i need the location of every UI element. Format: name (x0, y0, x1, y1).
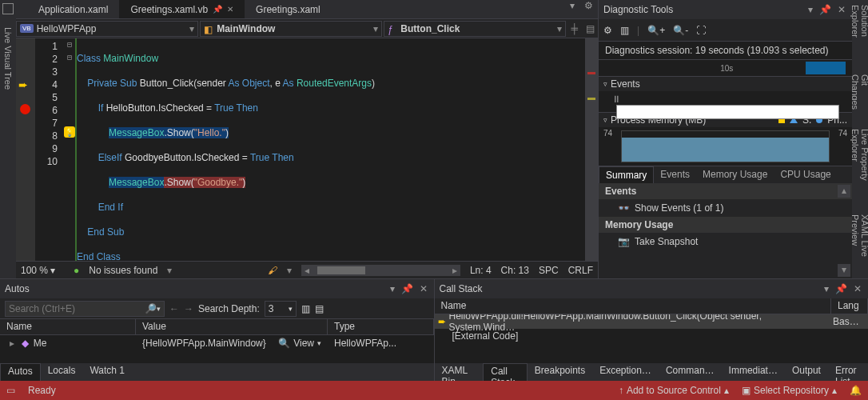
rail-live-visual-tree[interactable]: Live Visual Tree (2, 26, 14, 91)
code-content[interactable]: Class MainWindow Private Sub Button_Clic… (75, 38, 585, 261)
autos-grid[interactable]: ▸ ◆ Me {HelloWPFApp.MainWindow} 🔍 View ▾… (0, 335, 434, 363)
spaces-indicator[interactable]: SPC (539, 265, 559, 276)
chevron-down-icon[interactable]: ▾ (167, 265, 172, 276)
vertical-scrollbar[interactable] (585, 38, 598, 261)
nav-back-icon[interactable]: ← (169, 303, 179, 314)
search-input[interactable] (9, 303, 145, 314)
events-section-header[interactable]: ▿ Events (599, 77, 852, 91)
tab-greetings-xaml-vb[interactable]: Greetings.xaml.vb 📌 ✕ (119, 0, 245, 18)
nav-forward-icon[interactable]: → (184, 303, 193, 314)
show-events-link[interactable]: 👓 Show Events (1 of 1) (599, 199, 852, 217)
pin-icon[interactable]: 📌 (818, 4, 833, 15)
close-icon[interactable]: ✕ (836, 4, 847, 15)
line-indicator[interactable]: Ln: 4 (470, 265, 492, 276)
tab-immediate[interactable]: Immediat… (722, 363, 785, 381)
col-name[interactable]: Name (0, 319, 136, 334)
tab-autos[interactable]: Autos (0, 363, 41, 381)
zoom-in-icon[interactable]: 🔍+ (647, 25, 665, 36)
tab-command[interactable]: Comman… (659, 363, 722, 381)
brush-icon[interactable]: 🖌 (268, 265, 277, 276)
live-visual-tree-icon[interactable] (2, 3, 14, 14)
window-dropdown-icon[interactable]: ▾ (388, 283, 396, 294)
close-icon[interactable]: ✕ (852, 283, 863, 294)
col-indicator[interactable]: Ch: 13 (501, 265, 529, 276)
close-icon[interactable]: ✕ (418, 283, 429, 294)
tab-cpu-usage[interactable]: CPU Usage (774, 166, 837, 183)
depth-selector[interactable]: 3▾ (265, 301, 297, 317)
chevron-down-icon[interactable]: ▾ (373, 23, 378, 34)
add-source-control-button[interactable]: ↑ Add to Source Control ▴ (619, 385, 729, 396)
autos-row[interactable]: ▸ ◆ Me {HelloWPFApp.MainWindow} 🔍 View ▾… (0, 335, 434, 351)
nav-method[interactable]: ƒ Button_Click ▾ (384, 21, 566, 37)
window-dropdown-icon[interactable]: ▾ (806, 4, 814, 15)
scroll-up-icon[interactable]: ▴ (838, 185, 850, 198)
time-selection[interactable] (806, 62, 846, 74)
tab-greetings-xaml[interactable]: Greetings.xaml (245, 0, 332, 18)
nav-project-label: HelloWPFApp (37, 23, 97, 34)
tab-breakpoints[interactable]: Breakpoints (528, 363, 592, 381)
memory-chart[interactable]: 74 74 (599, 127, 852, 166)
magnifier-icon[interactable]: 🔍 (278, 338, 290, 349)
pin-icon[interactable]: 📌 (400, 283, 415, 294)
split-plus-icon[interactable]: ╪ (567, 23, 581, 34)
events-track[interactable]: ⏸ (599, 91, 852, 112)
select-repository-button[interactable]: ▣ Select Repository ▴ (742, 385, 837, 396)
pin-icon[interactable]: 📌 (213, 5, 222, 14)
issues-label[interactable]: No issues found (89, 265, 157, 276)
split-window-icon[interactable]: ▤ (583, 23, 598, 34)
window-dropdown-icon[interactable]: ▾ (822, 283, 830, 294)
tab-memory-usage[interactable]: Memory Usage (696, 166, 774, 183)
lightbulb-icon[interactable]: 💡 (64, 126, 75, 138)
expand-icon[interactable]: ▸ (6, 338, 18, 349)
horizontal-scrollbar[interactable]: ◂▸ (301, 265, 460, 276)
chevron-down-icon[interactable]: ▾ (557, 23, 562, 34)
tab-xaml-binding[interactable]: XAML Bin… (435, 363, 484, 381)
notifications-icon[interactable]: 🔔 (850, 385, 862, 396)
col-name[interactable]: Name (435, 298, 832, 314)
glyph-margin[interactable]: ➨ (16, 38, 35, 261)
active-files-dropdown-icon[interactable]: ▾ (565, 0, 579, 18)
code-editor[interactable]: ➨ 12345678910 ⊟⊟ Class MainWindow Privat… (16, 38, 598, 261)
scroll-down-icon[interactable]: ▾ (838, 264, 850, 277)
tab-watch1[interactable]: Watch 1 (82, 363, 132, 381)
tab-call-stack[interactable]: Call Stack (483, 363, 528, 381)
close-icon[interactable]: ✕ (227, 5, 233, 14)
view-button[interactable]: View (293, 338, 314, 349)
time-ruler[interactable]: 10s (599, 60, 852, 76)
fold-margin[interactable]: ⊟⊟ (64, 38, 75, 261)
rail-solution-explorer[interactable]: Solution Explorer (849, 3, 868, 62)
tab-events[interactable]: Events (654, 166, 696, 183)
search-icon[interactable]: 🔎 (145, 303, 157, 314)
take-snapshot-link[interactable]: 📷 Take Snapshot (599, 233, 852, 250)
callstack-row[interactable]: ➨ HelloWPFApp.dll!HelloWPFApp.MainWindow… (435, 314, 869, 329)
tab-error-list[interactable]: Error List (828, 363, 868, 381)
autos-search[interactable]: 🔎▾ (5, 301, 165, 317)
callstack-row[interactable]: [External Code] (435, 329, 869, 343)
nav-project[interactable]: VB HelloWPFApp ▾ (16, 21, 198, 37)
tab-application-xaml[interactable]: Application.xaml (27, 0, 119, 18)
chevron-down-icon[interactable]: ▾ (287, 265, 292, 276)
callstack-grid[interactable]: ➨ HelloWPFApp.dll!HelloWPFApp.MainWindow… (435, 314, 869, 363)
pause-icon[interactable]: ⏸ (611, 94, 621, 105)
col-value[interactable]: Value (136, 319, 328, 334)
zoom-out-icon[interactable]: 🔍- (673, 25, 688, 36)
select-tools-icon[interactable]: ▥ (620, 25, 629, 36)
tab-locals[interactable]: Locals (41, 363, 83, 381)
status-rect-icon[interactable]: ▭ (6, 385, 15, 396)
col-type[interactable]: Type (328, 319, 434, 334)
gear-icon[interactable]: ⚙ (603, 25, 612, 36)
pin-icon[interactable]: 📌 (834, 283, 849, 294)
zoom-level[interactable]: 100 % ▾ (21, 265, 64, 276)
breakpoint-icon[interactable] (20, 104, 30, 114)
tab-summary[interactable]: Summary (599, 166, 654, 183)
gear-icon[interactable]: ⚙ (579, 0, 598, 18)
toolbar-icon[interactable]: ▥ (301, 303, 310, 314)
toolbar-icon[interactable]: ▤ (315, 303, 324, 314)
lineending-indicator[interactable]: CRLF (568, 265, 593, 276)
nav-class[interactable]: ◧ MainWindow ▾ (200, 21, 382, 37)
col-lang[interactable]: Lang (831, 298, 868, 314)
tab-exception[interactable]: Exception… (592, 363, 659, 381)
chevron-down-icon[interactable]: ▾ (189, 23, 194, 34)
reset-view-icon[interactable]: ⛶ (696, 25, 706, 36)
tab-output[interactable]: Output (785, 363, 828, 381)
